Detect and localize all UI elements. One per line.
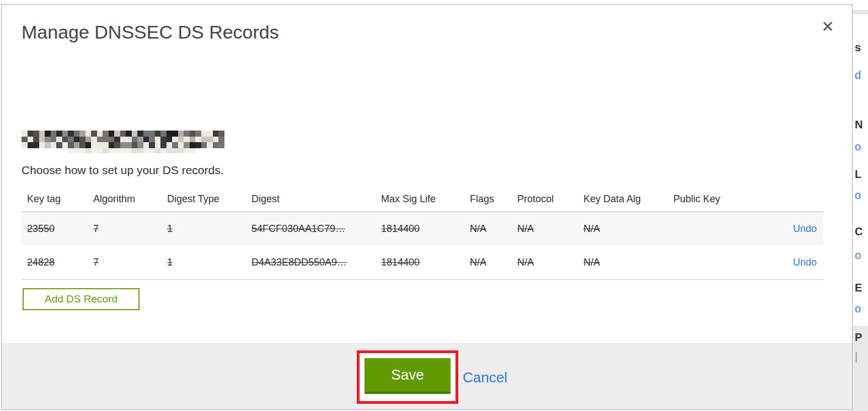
col-header-key-data-alg: Key Data Alg (578, 193, 668, 205)
cell-actions: Undo (779, 223, 823, 235)
save-button[interactable]: Save (365, 358, 451, 394)
cell-key-data-alg: N/A (578, 257, 668, 268)
undo-link[interactable]: Undo (793, 223, 817, 234)
cancel-link[interactable]: Cancel (463, 369, 507, 386)
modal-title: Manage DNSSEC DS Records (22, 21, 279, 43)
cell-algorithm: 7 (88, 257, 162, 268)
col-header-digest: Digest (246, 193, 376, 205)
manage-dnssec-modal: Manage DNSSEC DS Records ✕ Choose how to… (1, 4, 853, 410)
background-text-fragment: N (855, 119, 862, 130)
cell-protocol: N/A (512, 257, 578, 268)
background-text-fragment: | (855, 351, 858, 362)
col-header-protocol: Protocol (512, 193, 578, 205)
cell-digest: 54FCF030AA1C79… (246, 223, 376, 235)
col-header-flags: Flags (464, 193, 512, 205)
background-text-fragment: o (855, 190, 861, 201)
cell-digest-type: 1 (162, 223, 246, 235)
background-text-fragment: d (855, 69, 861, 80)
background-text-fragment: C (855, 226, 862, 237)
background-text-fragment: L (855, 169, 861, 180)
undo-link[interactable]: Undo (793, 257, 817, 268)
cell-max-sig-life: 1814400 (376, 257, 464, 268)
cell-key-tag: 23550 (22, 223, 88, 235)
cell-digest-type: 1 (162, 257, 246, 268)
cell-actions: Undo (779, 257, 823, 268)
domain-name-redacted (22, 126, 226, 151)
col-header-max-sig-life: Max Sig Life (376, 193, 464, 205)
background-divider (853, 10, 868, 14)
col-header-public-key: Public Key (668, 193, 779, 205)
background-text-fragment: o (855, 141, 861, 152)
cell-digest: D4A33E8DD550A9… (246, 257, 376, 268)
col-header-digest-type: Digest Type (162, 193, 246, 205)
col-header-algorithm: Algorithm (88, 193, 162, 205)
table-row: 23550 7 1 54FCF030AA1C79… 1814400 N/A N/… (22, 212, 823, 246)
ds-records-table: Key tag Algorithm Digest Type Digest Max… (22, 187, 823, 280)
col-header-key-tag: Key tag (22, 193, 88, 205)
modal-footer: Save Cancel (2, 343, 852, 409)
cell-algorithm: 7 (88, 223, 162, 235)
background-text-fragment: o (855, 303, 861, 314)
cell-protocol: N/A (512, 223, 578, 235)
background-text-fragment: E (855, 282, 862, 293)
instruction-text: Choose how to set up your DS records. (22, 164, 224, 177)
red-annotation-box: Save (357, 350, 458, 404)
close-icon[interactable]: ✕ (818, 17, 838, 37)
table-header-row: Key tag Algorithm Digest Type Digest Max… (22, 187, 823, 212)
add-ds-record-button[interactable]: Add DS Record (23, 288, 140, 310)
background-page-sliver: sdNoLoCoEoP| (853, 0, 868, 411)
cell-key-data-alg: N/A (578, 223, 668, 235)
background-text-fragment: o (855, 250, 861, 261)
background-text-fragment: s (855, 42, 861, 53)
cell-flags: N/A (464, 223, 512, 235)
cell-flags: N/A (464, 257, 512, 268)
cell-max-sig-life: 1814400 (376, 223, 464, 235)
cell-key-tag: 24828 (22, 257, 88, 268)
table-row: 24828 7 1 D4A33E8DD550A9… 1814400 N/A N/… (22, 246, 823, 280)
background-text-fragment: P (855, 332, 862, 343)
